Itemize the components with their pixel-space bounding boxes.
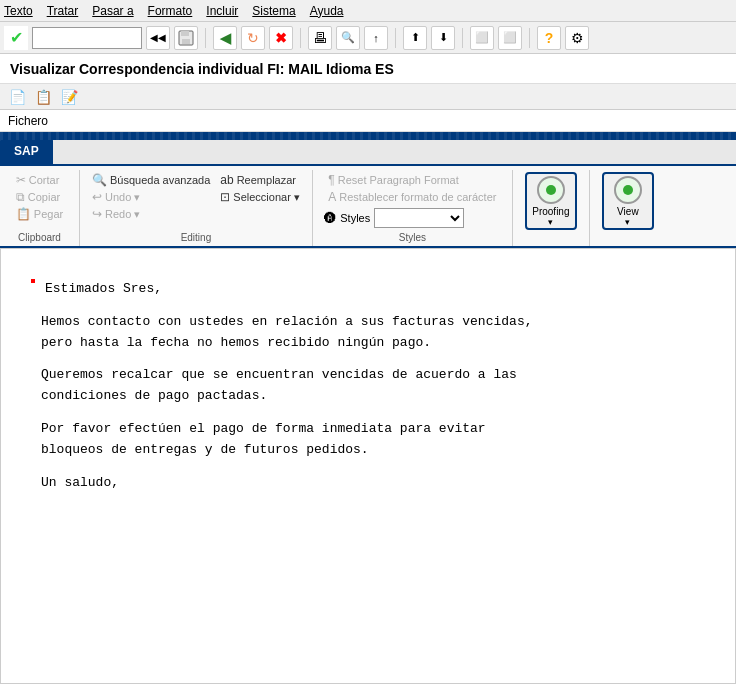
styles-row: 🅐 Styles xyxy=(324,206,500,230)
doc-btn1[interactable]: 📄 xyxy=(6,86,28,108)
view-button[interactable]: View ▾ xyxy=(602,172,654,230)
menu-bar: Texto Tratar Pasar a Formato Incluir Sis… xyxy=(0,0,736,22)
clipboard-items: ✂ Cortar ⧉ Copiar 📋 Pegar xyxy=(12,172,67,230)
svg-rect-1 xyxy=(181,31,189,36)
save-button[interactable] xyxy=(174,26,198,50)
reset-char-icon: A xyxy=(328,190,336,204)
doc-paragraph: Por favor efectúen el pago de forma inme… xyxy=(41,419,695,461)
toolbar2: 📄 📋 📝 xyxy=(0,84,736,110)
window2-button[interactable]: ⬜ xyxy=(498,26,522,50)
reset-char-button[interactable]: A Restablecer formato de carácter xyxy=(324,189,500,205)
doc-paragraph: Queremos recalcar que se encuentran venc… xyxy=(41,365,695,407)
proofing-group: Proofing ▾ xyxy=(513,170,590,246)
ribbon-stripe xyxy=(0,132,736,140)
editing-small-group: 🔍 Búsqueda avanzada ↩ Undo ▾ ↪ Redo ▾ xyxy=(88,172,214,222)
up-button[interactable]: ↑ xyxy=(364,26,388,50)
fichero-label[interactable]: Fichero xyxy=(8,114,48,128)
ribbon-content: ✂ Cortar ⧉ Copiar 📋 Pegar Clipboard 🔍 xyxy=(0,166,736,248)
doc-btn2[interactable]: 📋 xyxy=(32,86,54,108)
search-icon: 🔍 xyxy=(92,173,107,187)
styles-dropdown[interactable] xyxy=(374,208,464,228)
doc-paragraph: Estimados Sres, xyxy=(41,279,695,300)
settings-button[interactable]: ⚙ xyxy=(565,26,589,50)
window1-button[interactable]: ⬜ xyxy=(470,26,494,50)
download-button[interactable]: ⬇ xyxy=(431,26,455,50)
redo-icon: ↪ xyxy=(92,207,102,221)
sap-tab-row: SAP xyxy=(0,140,736,166)
styles-icon: 🅐 xyxy=(324,211,336,225)
view-circle xyxy=(614,176,642,204)
scissors-icon: ✂ xyxy=(16,173,26,187)
menu-incluir[interactable]: Incluir xyxy=(206,4,238,18)
styles-label: Styles xyxy=(399,232,426,246)
doc-paragraph: Un saludo, xyxy=(41,473,695,494)
fichero-bar: Fichero xyxy=(0,110,736,132)
find-button[interactable]: 🔍 xyxy=(336,26,360,50)
check-button[interactable]: ✔ xyxy=(4,26,28,50)
menu-sistema[interactable]: Sistema xyxy=(252,4,295,18)
sap-tab[interactable]: SAP xyxy=(0,138,53,164)
toolbar1: ✔ ◀◀ ◀ ↻ ✖ 🖶 🔍 ↑ ⬆ ⬇ ⬜ ⬜ ? ⚙ xyxy=(0,22,736,54)
copy-button[interactable]: ⧉ Copiar xyxy=(12,189,67,205)
view-group: View ▾ xyxy=(590,170,666,246)
command-input[interactable] xyxy=(32,27,142,49)
editing-group: 🔍 Búsqueda avanzada ↩ Undo ▾ ↪ Redo ▾ ab… xyxy=(80,170,313,246)
replace-icon: ab xyxy=(220,173,233,187)
page-title: Visualizar Correspondencia individual FI… xyxy=(10,61,394,77)
select-button[interactable]: ⊡ Seleccionar ▾ xyxy=(216,189,304,205)
styles-items: ¶ Reset Paragraph Format A Restablecer f… xyxy=(324,172,500,230)
clipboard-label: Clipboard xyxy=(18,232,61,246)
clipboard-small-group: ✂ Cortar ⧉ Copiar 📋 Pegar xyxy=(12,172,67,222)
redo-button[interactable]: ↪ Redo ▾ xyxy=(88,206,214,222)
back-back-button[interactable]: ◀◀ xyxy=(146,26,170,50)
editing-small-group2: ab Reemplazar ⊡ Seleccionar ▾ xyxy=(216,172,304,205)
menu-ayuda[interactable]: Ayuda xyxy=(310,4,344,18)
reset-paragraph-button[interactable]: ¶ Reset Paragraph Format xyxy=(324,172,500,188)
document-area[interactable]: Estimados Sres,Hemos contacto con ustede… xyxy=(0,248,736,684)
select-icon: ⊡ xyxy=(220,190,230,204)
upload-button[interactable]: ⬆ xyxy=(403,26,427,50)
proofing-circle xyxy=(537,176,565,204)
proofing-items: Proofing ▾ xyxy=(521,172,581,241)
title-bar: Visualizar Correspondencia individual FI… xyxy=(0,54,736,84)
view-arrow: ▾ xyxy=(625,217,630,227)
proofing-button[interactable]: Proofing ▾ xyxy=(525,172,577,230)
paste-button[interactable]: 📋 Pegar xyxy=(12,206,67,222)
prev-green-button[interactable]: ◀ xyxy=(213,26,237,50)
proofing-arrow: ▾ xyxy=(548,217,553,227)
copy-icon: ⧉ xyxy=(16,190,25,204)
menu-formato[interactable]: Formato xyxy=(148,4,193,18)
doc-indicator xyxy=(31,279,35,283)
menu-tratar[interactable]: Tratar xyxy=(47,4,79,18)
search-advanced-button[interactable]: 🔍 Búsqueda avanzada xyxy=(88,172,214,188)
paste-icon: 📋 xyxy=(16,207,31,221)
view-label: View xyxy=(617,206,639,217)
undo-icon: ↩ xyxy=(92,190,102,204)
cut-button[interactable]: ✂ Cortar xyxy=(12,172,67,188)
proofing-label: Proofing xyxy=(532,206,569,217)
undo-button[interactable]: ↩ Undo ▾ xyxy=(88,189,214,205)
editing-items: 🔍 Búsqueda avanzada ↩ Undo ▾ ↪ Redo ▾ ab… xyxy=(88,172,304,230)
help-button[interactable]: ? xyxy=(537,26,561,50)
clipboard-group: ✂ Cortar ⧉ Copiar 📋 Pegar Clipboard xyxy=(0,170,80,246)
styles-small-group: ¶ Reset Paragraph Format A Restablecer f… xyxy=(324,172,500,230)
reset-paragraph-icon: ¶ xyxy=(328,173,334,187)
print-button[interactable]: 🖶 xyxy=(308,26,332,50)
menu-pasar-a[interactable]: Pasar a xyxy=(92,4,133,18)
view-items: View ▾ xyxy=(598,172,658,241)
proofing-dot xyxy=(546,185,556,195)
replace-button[interactable]: ab Reemplazar xyxy=(216,172,304,188)
editing-label: Editing xyxy=(181,232,212,246)
styles-group: ¶ Reset Paragraph Format A Restablecer f… xyxy=(313,170,513,246)
menu-texto[interactable]: Texto xyxy=(4,4,33,18)
cancel-button[interactable]: ✖ xyxy=(269,26,293,50)
doc-paragraph: Hemos contacto con ustedes en relación a… xyxy=(41,312,695,354)
doc-btn3[interactable]: 📝 xyxy=(58,86,80,108)
refresh-button[interactable]: ↻ xyxy=(241,26,265,50)
svg-rect-2 xyxy=(182,39,190,44)
view-dot xyxy=(623,185,633,195)
